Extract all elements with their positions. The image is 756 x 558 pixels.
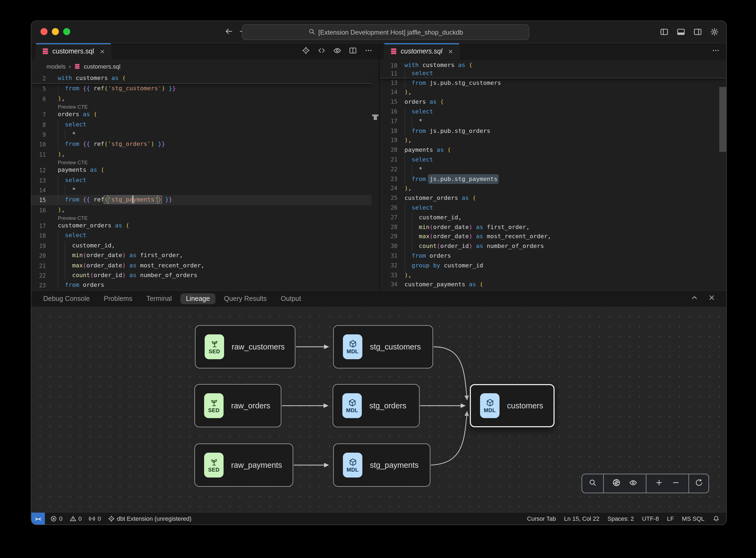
code-line-16[interactable]: 16), [31,205,371,215]
lineage-node-raw_payments[interactable]: SEDraw_payments [194,443,293,487]
code-line-14[interactable]: 14), [380,88,726,98]
code-line-16[interactable]: 16 select [380,107,726,117]
zoom-out-button[interactable] [672,478,680,488]
lineage-node-stg_payments[interactable]: MDLstg_payments [333,443,431,487]
breadcrumb-folder[interactable]: models [47,63,66,70]
code-line-5[interactable]: 5 from {{ ref('stg_customers') }} [31,84,371,94]
code-line-6[interactable]: 6), [31,94,371,104]
code-line-15[interactable]: 15 from {{ ref('stg_payments') }} [31,195,371,205]
status-item-warning[interactable]: 0 [70,515,81,522]
status-item-ln-15-col-22[interactable]: Ln 15, Col 22 [564,515,599,522]
search-button[interactable] [589,478,597,488]
code-line-30[interactable]: 30 count(order_id) as number_of_orders [380,242,726,251]
code-line-21[interactable]: 21 select [380,155,726,165]
code-line-34[interactable]: 34customer_payments as ( [380,280,726,290]
more-button[interactable] [365,46,373,56]
tab-close-button[interactable] [99,48,105,54]
remote-indicator[interactable]: >< [31,513,45,525]
code-line-19[interactable]: 19 customer_id, [31,241,371,251]
breadcrumb-file[interactable]: customers.sql [84,63,121,70]
tab-close-button[interactable] [448,48,453,54]
panel-tab-terminal[interactable]: Terminal [141,293,177,304]
status-item-dbt[interactable]: dbt Extension (unregistered) [108,515,191,522]
status-item-cursor-tab[interactable]: Cursor Tab [527,515,556,522]
code-line-11[interactable]: 11), [31,149,371,159]
code-line-31[interactable]: 31 from orders [380,251,726,261]
codelens-preview-cte[interactable]: Preview CTE [31,104,371,110]
code-line-22[interactable]: 22 count(order_id) as number_of_orders [31,271,371,281]
code-line-20[interactable]: 20payments as ( [380,145,726,155]
traffic-light-close[interactable] [41,28,48,35]
lineage-node-stg_customers[interactable]: MDLstg_customers [333,325,433,369]
status-item-lf[interactable]: LF [667,515,674,522]
lineage-node-raw_orders[interactable]: SEDraw_orders [194,384,281,427]
code-button[interactable] [317,46,325,56]
code-line-23[interactable]: 23 from orders [31,281,371,290]
code-line-9[interactable]: 9 * [31,130,371,140]
panel-tab-output[interactable]: Output [276,293,307,304]
code-line-33[interactable]: 33), [380,270,726,280]
code-line-23[interactable]: 23 from js.pub.stg_payments [380,174,726,184]
code-editor-left[interactable]: 2with customers as (5 from {{ ref('stg_c… [31,73,371,290]
search-bar[interactable]: [Extension Development Host] jaffle_shop… [242,24,529,40]
code-line-2[interactable]: 2with customers as ( [31,73,371,83]
status-item-ports[interactable]: 0 [89,515,101,522]
code-line-22[interactable]: 22 * [380,165,726,175]
dbt-button[interactable] [302,46,310,56]
tab-customers.sql[interactable]: customers.sql [384,43,460,59]
code-line-26[interactable]: 26 select [380,203,726,213]
code-line-19[interactable]: 19), [380,136,726,146]
eye-button[interactable] [629,478,637,488]
codelens-preview-cte[interactable]: Preview CTE [31,159,371,165]
code-line-10[interactable]: 10 from {{ ref('stg_orders') }} [31,140,371,150]
scrollbar-thumb[interactable] [719,87,726,152]
code-line-12[interactable]: 12payments as ( [31,165,371,175]
refresh-button[interactable] [695,478,703,488]
close-button[interactable] [708,294,715,304]
traffic-light-zoom[interactable] [63,28,70,35]
gear-button[interactable] [710,28,719,39]
status-item-ms-sql[interactable]: MS SQL [682,515,704,522]
code-line-15[interactable]: 15orders as ( [380,97,726,107]
code-line-17[interactable]: 17 * [380,117,726,126]
status-item-error[interactable]: 0 [50,515,62,522]
chevron-up-button[interactable] [690,294,698,304]
code-line-8[interactable]: 8 select [31,120,371,130]
panel-tab-problems[interactable]: Problems [98,293,138,304]
lineage-node-stg_orders[interactable]: MDLstg_orders [333,384,420,427]
panel-tab-debug-console[interactable]: Debug Console [38,293,95,304]
zoom-in-button[interactable] [655,478,663,488]
layout-panel-button[interactable] [677,28,685,39]
code-line-28[interactable]: 28 min(order_date) as first_order, [380,222,726,232]
lineage-node-customers[interactable]: MDLcustomers [470,384,554,427]
code-line-13[interactable]: 13 select [31,175,371,185]
code-line-14[interactable]: 14 * [31,185,371,195]
code-line-29[interactable]: 29 max(order_date) as most_recent_order, [380,232,726,242]
code-line-18[interactable]: 18 from js.pub.stg_orders [380,126,726,136]
code-line-21[interactable]: 21 max(order_date) as most_recent_order, [31,261,371,271]
code-editor-right[interactable]: 10with customers as (11 select13 from js… [380,61,726,289]
code-line-17[interactable]: 17customer_orders as ( [31,221,371,231]
panel-tab-query-results[interactable]: Query Results [218,293,272,304]
codelens-preview-cte[interactable]: Preview CTE [31,215,371,221]
tab-customers.sql[interactable]: customers.sql [36,43,111,59]
code-line-11[interactable]: 11 select [380,70,726,78]
aperture-button[interactable] [612,478,621,488]
code-line-25[interactable]: 25customer_orders as ( [380,194,726,203]
layout-sidebar-left-button[interactable] [660,28,669,39]
code-line-13[interactable]: 13 from js.pub.stg_customers [380,78,726,88]
layout-sidebar-right-button[interactable] [693,28,702,39]
status-item-utf-8[interactable]: UTF-8 [642,515,659,522]
arrow-left-button[interactable] [225,27,233,38]
code-line-20[interactable]: 20 min(order_date) as first_order, [31,251,371,261]
more-button[interactable] [712,46,720,56]
status-item-bell[interactable] [712,515,719,522]
eye-button[interactable] [333,46,341,56]
lineage-canvas[interactable]: SEDraw_customersMDLstg_customersSEDraw_o… [31,307,726,513]
split-editor-button[interactable] [349,46,357,56]
code-line-7[interactable]: 7orders as ( [31,110,371,120]
panel-tab-lineage[interactable]: Lineage [180,293,215,304]
code-line-10[interactable]: 10with customers as ( [380,61,726,70]
code-line-18[interactable]: 18 select [31,231,371,241]
code-line-27[interactable]: 27 customer_id, [380,213,726,223]
